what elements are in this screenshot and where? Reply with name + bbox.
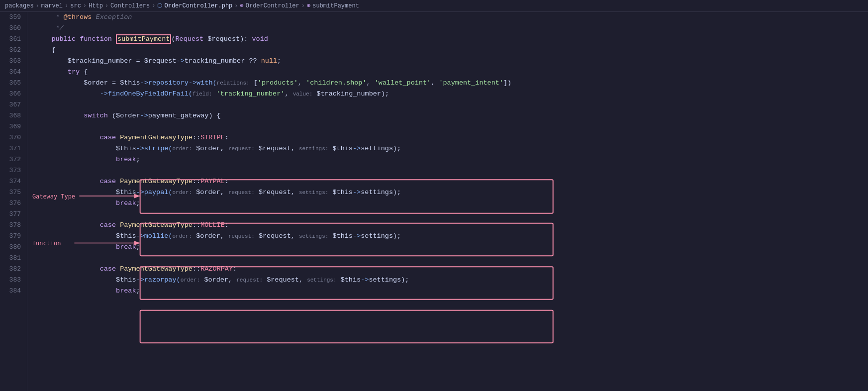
code-content: * @throws Exception */ public function s… <box>27 12 868 391</box>
line-number-360: 360 <box>0 23 27 34</box>
code-line-373 <box>35 165 868 176</box>
line-number-382: 382 <box>0 264 27 275</box>
line-number-381: 381 <box>0 253 27 264</box>
code-line-365: $order = $this->repository->with(relatio… <box>35 78 868 89</box>
line-number-362: 362 <box>0 45 27 56</box>
breadcrumb-packages: packages <box>5 2 34 9</box>
editor-root: packages › marvel › src › Http › Control… <box>0 0 868 391</box>
line-number-364: 364 <box>0 67 27 78</box>
breadcrumb-marvel: marvel <box>41 2 63 9</box>
code-line-369 <box>35 121 868 132</box>
line-number-359: 359 <box>0 12 27 23</box>
line-number-378: 378 <box>0 220 27 231</box>
line-number-368: 368 <box>0 110 27 121</box>
code-line-370: case PaymentGatewayType::STRIPE: <box>35 132 868 143</box>
line-numbers: 3593603613623633643653663673683693703713… <box>0 12 27 391</box>
line-number-363: 363 <box>0 56 27 67</box>
line-number-366: 366 <box>0 89 27 99</box>
code-line-379: $this->mollie(order: $order, request: $r… <box>35 231 868 242</box>
breadcrumb-http: Http <box>89 2 103 9</box>
code-line-382: case PaymentGatewayType::RAZORPAY: <box>35 264 868 275</box>
breadcrumb: packages › marvel › src › Http › Control… <box>0 0 868 12</box>
code-line-366: ->findOneByFieldOrFail(field: 'tracking_… <box>35 89 868 99</box>
code-line-362: { <box>35 45 868 56</box>
line-number-376: 376 <box>0 198 27 209</box>
line-number-380: 380 <box>0 242 27 253</box>
code-line-371: $this->stripe(order: $order, request: $r… <box>35 143 868 154</box>
code-line-377 <box>35 209 868 220</box>
code-line-380: break; <box>35 242 868 253</box>
line-number-375: 375 <box>0 187 27 198</box>
code-line-363: $tracking_number = $request->tracking_nu… <box>35 56 868 67</box>
breadcrumb-php-icon: ⬡ <box>157 2 162 9</box>
breadcrumb-controllers: Controllers <box>110 2 150 9</box>
breadcrumb-class-name: OrderController <box>246 2 299 9</box>
code-line-384: break; <box>35 286 868 296</box>
code-line-372: break; <box>35 154 868 165</box>
line-number-383: 383 <box>0 275 27 286</box>
line-number-379: 379 <box>0 231 27 242</box>
line-number-369: 369 <box>0 121 27 132</box>
code-line-364: try { <box>35 67 868 78</box>
line-number-361: 361 <box>0 34 27 45</box>
line-number-384: 384 <box>0 286 27 296</box>
line-number-365: 365 <box>0 78 27 89</box>
code-line-381 <box>35 253 868 264</box>
code-line-368: switch ($order->payment_gateway) { <box>35 110 868 121</box>
code-line-383: $this->razorpay(order: $order, request: … <box>35 275 868 286</box>
code-editor: 3593603613623633643653663673683693703713… <box>0 12 868 391</box>
breadcrumb-file: OrderController.php <box>164 2 232 9</box>
line-number-372: 372 <box>0 154 27 165</box>
line-number-377: 377 <box>0 209 27 220</box>
breadcrumb-src: src <box>70 2 81 9</box>
line-number-373: 373 <box>0 165 27 176</box>
code-line-361: public function submitPayment(Request $r… <box>35 34 868 45</box>
code-line-367 <box>35 99 868 110</box>
line-number-367: 367 <box>0 99 27 110</box>
code-line-376: break; <box>35 198 868 209</box>
code-line-359: * @throws Exception <box>35 12 868 23</box>
code-line-375: $this->paypal(order: $order, request: $r… <box>35 187 868 198</box>
breadcrumb-method: submitPayment <box>312 2 359 9</box>
line-number-374: 374 <box>0 176 27 187</box>
code-line-360: */ <box>35 23 868 34</box>
code-line-378: case PaymentGatewayType::MOLLIE: <box>35 220 868 231</box>
line-number-370: 370 <box>0 132 27 143</box>
breadcrumb-class: ⊕ <box>240 2 244 9</box>
code-line-374: case PaymentGatewayType::PAYPAL: <box>35 176 868 187</box>
razorpay-box <box>140 310 553 343</box>
breadcrumb-method-icon: ⊕ <box>307 2 310 9</box>
line-number-371: 371 <box>0 143 27 154</box>
